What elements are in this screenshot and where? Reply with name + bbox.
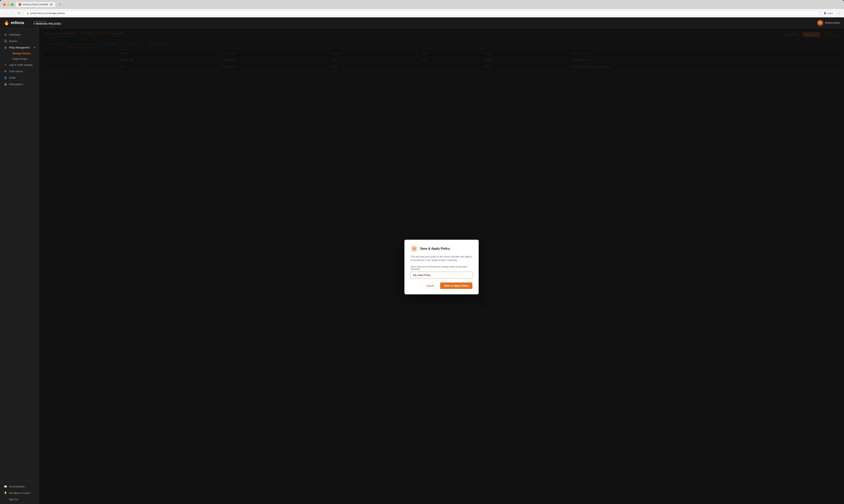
guest-button[interactable]: 👤 Guest <box>821 11 836 16</box>
tab-favicon <box>19 3 21 6</box>
new-tab-button[interactable]: + <box>58 2 62 7</box>
modal-comment-label: Add a comment to describe the changes ma… <box>411 266 472 270</box>
policy-modal-icon <box>412 247 416 251</box>
sidebar-bottom: 📖 Documentation 💡 Got Ideas or Issues? →… <box>0 481 39 503</box>
browser-window: enforza Cloud Controller ✕ + ‹ › ↻ 🔒 por… <box>0 0 844 17</box>
sidebar-label-ideas: Got Ideas or Issues? <box>9 492 31 494</box>
cancel-button[interactable]: Cancel <box>422 283 438 289</box>
claim-icon: ⚙ <box>4 70 7 73</box>
lock-icon: 🔒 <box>27 12 29 15</box>
guest-icon: 👤 <box>824 12 826 15</box>
browser-actions: 👤 Guest ⋮ <box>821 11 842 16</box>
sidebar-label-logs: Logs & Traffic Analysis <box>9 64 33 66</box>
save-apply-modal: Save & Apply Policy This will save your … <box>404 240 479 294</box>
policy-icon: ◎ <box>4 46 7 49</box>
sidebar-label-devices: Devices <box>9 40 17 42</box>
back-button[interactable]: ‹ <box>2 11 7 16</box>
sidebar-label-docs: Documentation <box>9 485 25 488</box>
docs-icon: 📖 <box>4 485 7 488</box>
logo-text: enforza <box>11 20 24 25</box>
browser-nav-bar: ‹ › ↻ 🔒 portal.enforza.io/manage-policie… <box>0 9 844 17</box>
tab-title: enforza Cloud Controller <box>23 3 48 6</box>
svg-rect-1 <box>414 247 416 249</box>
svg-rect-3 <box>414 249 416 250</box>
user-avatar: ED <box>817 20 823 26</box>
svg-rect-2 <box>412 249 414 250</box>
app-header: 🔥 enforza NAVIGATION // MANAGE POLICIES … <box>0 17 844 28</box>
modal-icon <box>411 245 418 252</box>
sidebar-label-dashboard: Dashboard <box>9 33 20 36</box>
app-window: 🔥 enforza NAVIGATION // MANAGE POLICIES … <box>0 17 844 504</box>
sidebar-item-documentation[interactable]: 📖 Documentation <box>0 483 39 490</box>
policy-comment-input[interactable] <box>411 272 472 278</box>
sidebar-sub-item-manage-policies[interactable]: Manage Policies <box>8 51 39 56</box>
main-layout: ⊞ Dashboard ⬛ Devices ◎ Policy Managemen… <box>0 28 844 504</box>
refresh-button[interactable]: ↻ <box>16 11 21 16</box>
sidebar-label-subscriptions: Subscriptions <box>9 83 23 86</box>
signout-icon: → <box>4 498 7 501</box>
content-area: ⟳ POLICY MANAGEMENT // ENFORZA GATEWAYS … <box>39 28 844 504</box>
forward-button[interactable]: › <box>10 11 15 16</box>
svg-rect-0 <box>412 247 414 249</box>
sidebar-item-logs[interactable]: ≡ Logs & Traffic Analysis <box>0 62 39 68</box>
profile-icon: 👤 <box>4 76 7 79</box>
save-apply-button[interactable]: Save & Apply Policy <box>440 283 472 289</box>
modal-title: Save & Apply Policy <box>420 247 450 250</box>
guest-label: Guest <box>827 12 833 15</box>
sidebar-item-signout[interactable]: → Sign Out <box>0 496 39 503</box>
address-bar[interactable]: 🔒 portal.enforza.io/manage-policies <box>23 11 819 16</box>
devices-icon: ⬛ <box>4 40 7 42</box>
sidebar-sub-policy: Manage Policies Target Groups <box>0 51 39 62</box>
header-nav-info: NAVIGATION // MANAGE POLICIES <box>34 20 61 25</box>
sidebar-label-policy: Policy Management <box>9 46 30 49</box>
modal-overlay: Save & Apply Policy This will save your … <box>39 28 844 504</box>
maximize-button[interactable] <box>11 3 14 6</box>
page-title: // MANAGE POLICIES <box>34 22 61 25</box>
sidebar-item-policy-management[interactable]: ◎ Policy Management ▾ <box>0 44 39 51</box>
header-right: ED Enforza Demo <box>817 20 840 26</box>
ideas-icon: 💡 <box>4 491 7 494</box>
sidebar-label-profile: Profile <box>9 76 16 79</box>
sidebar: ⊞ Dashboard ⬛ Devices ◎ Policy Managemen… <box>0 28 39 504</box>
sidebar-item-dashboard[interactable]: ⊞ Dashboard <box>0 32 39 38</box>
url-text: portal.enforza.io/manage-policies <box>30 12 65 15</box>
chevron-down-icon: ▾ <box>34 47 35 49</box>
sidebar-item-claim-device[interactable]: ⚙ Claim Device <box>0 68 39 75</box>
modal-actions: Cancel Save & Apply Policy <box>411 283 472 289</box>
sidebar-label-signout: Sign Out <box>9 498 18 501</box>
browser-controls <box>3 3 14 6</box>
user-name: Enforza Demo <box>825 21 840 24</box>
sidebar-sub-item-target-groups[interactable]: Target Groups <box>8 56 39 62</box>
sidebar-item-profile[interactable]: 👤 Profile <box>0 75 39 81</box>
logs-icon: ≡ <box>4 64 7 66</box>
header-divider <box>29 20 29 26</box>
header-left: 🔥 enforza NAVIGATION // MANAGE POLICIES <box>4 20 61 26</box>
sidebar-item-subscriptions[interactable]: ▣ Subscriptions <box>0 81 39 87</box>
minimize-button[interactable] <box>7 3 10 6</box>
browser-titlebar: enforza Cloud Controller ✕ + <box>0 0 844 9</box>
sidebar-label-claim: Claim Device <box>9 70 23 73</box>
flame-icon: 🔥 <box>4 20 9 25</box>
dashboard-icon: ⊞ <box>4 33 7 36</box>
browser-menu-button[interactable]: ⋮ <box>836 11 842 16</box>
sidebar-item-devices[interactable]: ⬛ Devices <box>0 38 39 44</box>
close-button[interactable] <box>3 3 6 6</box>
subscriptions-icon: ▣ <box>4 83 7 86</box>
modal-header: Save & Apply Policy <box>411 245 472 252</box>
tab-close-icon[interactable]: ✕ <box>50 3 53 6</box>
modal-description: This will save your policy to the cloud … <box>411 255 472 262</box>
logo-area: 🔥 enforza <box>4 20 24 25</box>
sidebar-item-ideas[interactable]: 💡 Got Ideas or Issues? <box>0 490 39 496</box>
browser-tab[interactable]: enforza Cloud Controller ✕ <box>16 2 55 7</box>
nav-label: NAVIGATION <box>34 20 61 22</box>
